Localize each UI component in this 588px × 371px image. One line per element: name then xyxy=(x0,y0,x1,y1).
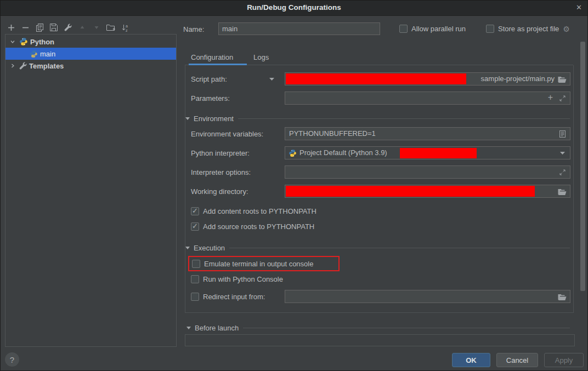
folder-icon[interactable] xyxy=(558,294,567,301)
redirect-input-field[interactable] xyxy=(285,290,570,303)
run-python-console-label: Run with Python Console xyxy=(203,275,283,283)
redirect-input-checkbox[interactable]: Redirect input from: xyxy=(191,293,265,301)
sort-configurations-button[interactable]: az xyxy=(120,22,130,32)
before-launch-section-label: Before launch xyxy=(195,324,239,332)
checkbox-box[interactable] xyxy=(191,293,199,301)
allow-parallel-run-checkbox[interactable]: Allow parallel run xyxy=(399,25,466,33)
arrow-down-icon xyxy=(93,24,100,31)
move-up-button[interactable] xyxy=(77,22,87,32)
help-button[interactable]: ? xyxy=(5,352,19,367)
new-folder-button[interactable] xyxy=(106,22,116,32)
before-launch-section-header: Before launch xyxy=(186,323,570,332)
collapse-caret-icon[interactable] xyxy=(186,327,191,329)
tree-group-templates[interactable]: Templates xyxy=(5,60,176,72)
store-as-project-file-label: Store as project file xyxy=(498,25,559,33)
save-configuration-button[interactable] xyxy=(49,22,59,32)
apply-button[interactable]: Apply xyxy=(544,353,584,367)
wrench-icon xyxy=(19,62,27,70)
checkbox-box[interactable] xyxy=(486,25,494,33)
chevron-down-icon[interactable] xyxy=(269,78,274,81)
python-interpreter-label: Python interpreter: xyxy=(191,149,250,157)
checkbox-box[interactable] xyxy=(191,275,199,283)
before-launch-task-list[interactable] xyxy=(185,334,575,346)
interpreter-options-label: Interpreter options: xyxy=(191,168,251,176)
active-tab-underline xyxy=(189,64,247,65)
folder-icon[interactable] xyxy=(558,76,567,83)
environment-variables-field[interactable]: PYTHONUNBUFFERED=1 xyxy=(285,127,570,140)
script-path-value: sample-project/main.py xyxy=(481,75,555,83)
python-interpreter-combobox[interactable]: Project Default (Python 3.9) xyxy=(285,146,570,159)
emulate-terminal-highlight-box: Emulate terminal in output console xyxy=(188,256,340,271)
add-icon[interactable]: + xyxy=(548,93,553,102)
allow-parallel-run-label: Allow parallel run xyxy=(411,25,466,33)
minus-icon xyxy=(22,24,29,31)
python-interpreter-value: Project Default (Python 3.9) xyxy=(299,149,387,157)
script-path-label: Script path: xyxy=(191,75,227,83)
arrow-up-icon xyxy=(79,24,86,31)
tree-group-templates-label: Templates xyxy=(29,62,64,70)
remove-configuration-button[interactable] xyxy=(20,22,30,32)
add-source-roots-label: Add source roots to PYTHONPATH xyxy=(203,222,314,231)
checkbox-box[interactable] xyxy=(191,222,199,231)
ok-button[interactable]: OK xyxy=(452,353,490,367)
content-border-right xyxy=(573,65,574,312)
redaction-block xyxy=(286,73,466,84)
add-content-roots-checkbox[interactable]: Add content roots to PYTHONPATH xyxy=(191,207,316,215)
svg-text:a: a xyxy=(126,24,128,27)
environment-variables-label: Environment variables: xyxy=(191,130,263,138)
redaction-block xyxy=(286,186,535,197)
sort-alphabetically-icon: az xyxy=(121,24,129,32)
gear-icon[interactable]: ⚙ xyxy=(563,25,570,33)
environment-section-label: Environment xyxy=(194,115,234,123)
add-source-roots-checkbox[interactable]: Add source roots to PYTHONPATH xyxy=(191,222,314,231)
content-border-left xyxy=(185,65,185,312)
vertical-scrollbar[interactable] xyxy=(580,42,585,291)
emulate-terminal-checkbox[interactable] xyxy=(192,260,200,268)
browse-variables-icon[interactable] xyxy=(559,130,566,138)
title-bar: Run/Debug Configurations ✕ xyxy=(1,1,587,16)
chevron-right-icon[interactable] xyxy=(10,63,15,69)
tree-item-main[interactable]: main xyxy=(5,48,176,60)
configurations-tree: Python main Templates xyxy=(5,34,177,347)
script-path-field[interactable]: sample-project/main.py xyxy=(285,72,570,85)
parameters-field[interactable]: + xyxy=(285,92,570,105)
run-debug-configurations-dialog: Run/Debug Configurations ✕ az Python xyxy=(0,0,588,371)
dialog-title: Run/Debug Configurations xyxy=(1,3,587,12)
expand-icon[interactable] xyxy=(559,95,566,101)
close-icon[interactable]: ✕ xyxy=(576,3,582,12)
environment-section-header: Environment xyxy=(185,114,570,123)
copy-configuration-button[interactable] xyxy=(35,22,44,32)
collapse-caret-icon[interactable] xyxy=(185,247,190,249)
add-configuration-button[interactable] xyxy=(6,22,16,32)
execution-section-label: Execution xyxy=(194,244,225,252)
checkbox-box[interactable] xyxy=(399,25,408,33)
section-rule xyxy=(229,248,570,248)
copy-icon xyxy=(36,24,44,32)
interpreter-options-field[interactable] xyxy=(285,165,570,179)
folder-icon[interactable] xyxy=(558,189,567,196)
run-python-console-checkbox[interactable]: Run with Python Console xyxy=(191,275,283,283)
redaction-block xyxy=(400,148,477,158)
collapse-caret-icon[interactable] xyxy=(185,117,190,120)
svg-text:z: z xyxy=(126,28,128,32)
tree-group-python-label: Python xyxy=(30,38,54,46)
name-input[interactable] xyxy=(218,22,380,35)
chevron-down-icon[interactable] xyxy=(10,39,15,44)
expand-icon[interactable] xyxy=(559,169,566,175)
cancel-button[interactable]: Cancel xyxy=(496,353,538,367)
working-directory-field[interactable] xyxy=(285,185,570,198)
new-folder-icon xyxy=(106,24,115,31)
chevron-down-icon[interactable] xyxy=(560,152,565,155)
save-icon xyxy=(50,24,58,31)
move-down-button[interactable] xyxy=(92,22,101,32)
python-icon xyxy=(19,37,28,46)
tab-logs[interactable]: Logs xyxy=(253,53,269,64)
edit-templates-button[interactable] xyxy=(63,22,73,32)
tab-configuration[interactable]: Configuration xyxy=(191,53,233,64)
checkbox-box[interactable] xyxy=(191,207,199,215)
environment-variables-value: PYTHONUNBUFFERED=1 xyxy=(289,129,376,138)
tree-group-python[interactable]: Python xyxy=(5,36,176,48)
store-as-project-file-checkbox[interactable]: Store as project file ⚙ xyxy=(486,25,570,33)
redirect-input-label: Redirect input from: xyxy=(203,293,265,301)
execution-section-header: Execution xyxy=(185,243,570,252)
